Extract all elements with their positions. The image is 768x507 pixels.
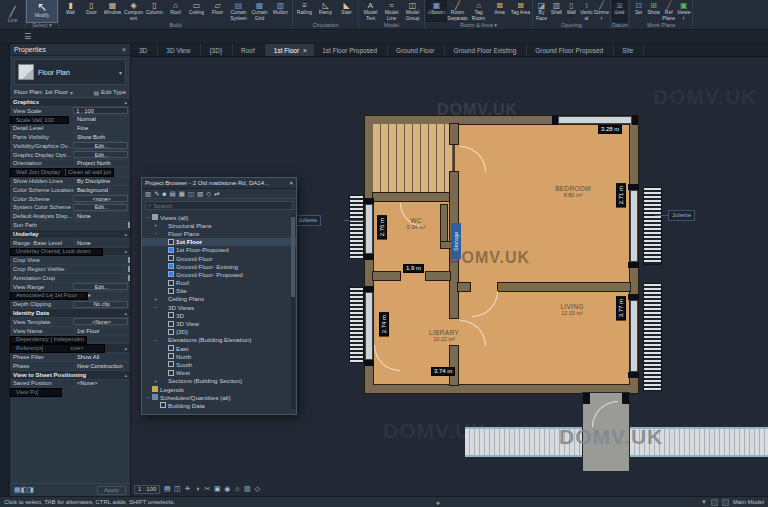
browser-toolbar-icon[interactable]: ▥ bbox=[145, 189, 151, 198]
wall-segment[interactable] bbox=[498, 283, 630, 291]
view-tab[interactable]: Ground Floor Existing bbox=[445, 44, 527, 56]
property-value[interactable]: By Discipline bbox=[74, 177, 130, 185]
ribbon-tool-button[interactable]: ⊞ Show bbox=[646, 0, 661, 22]
browser-tree-item[interactable]: Building Data bbox=[142, 401, 296, 409]
property-row[interactable]: Parts Visibility Show Both bbox=[10, 133, 130, 142]
door-jamb[interactable] bbox=[622, 393, 629, 404]
dimension-label[interactable]: 2.76 m bbox=[377, 215, 387, 239]
property-row[interactable]: Crop View bbox=[10, 256, 130, 265]
property-value[interactable]: None bbox=[74, 239, 130, 247]
browser-toolbar-icon[interactable]: ✎ bbox=[154, 189, 159, 198]
ribbon-tool-button[interactable]: ▥ Shaft bbox=[549, 0, 564, 22]
project-browser-title-bar[interactable]: Project Browser - 2 Old maidstone Rd, DA… bbox=[142, 178, 296, 189]
browser-tree-item[interactable]: 3D View bbox=[142, 319, 296, 327]
view-tab[interactable]: Ground Floor Proposed bbox=[527, 44, 614, 56]
browser-tree-item[interactable]: 1st Floor-Proposed bbox=[142, 246, 296, 254]
viewbar-icon[interactable]: ⌂ bbox=[232, 484, 242, 494]
browser-tree-item[interactable]: Legends bbox=[142, 385, 296, 393]
view-tab[interactable]: Roof bbox=[233, 44, 266, 56]
ribbon-tool-button[interactable]: ▮ Wall bbox=[60, 0, 81, 22]
property-row[interactable]: Depth Clipping No clip bbox=[10, 300, 130, 309]
property-value[interactable] bbox=[42, 345, 67, 352]
browser-toolbar-icon[interactable]: ◇ bbox=[206, 189, 211, 198]
tree-expander-icon[interactable]: − bbox=[153, 230, 158, 236]
ribbon-tool-button[interactable]: ≡ Railing bbox=[294, 0, 315, 22]
ribbon-tool-button[interactable]: ▦ Curtain Grid bbox=[249, 0, 270, 22]
properties-footer-icon[interactable]: ▦ bbox=[14, 486, 21, 493]
dimension-label[interactable]: 2.71 m bbox=[616, 183, 626, 207]
juliette-tag-left[interactable]: Juliette bbox=[294, 215, 321, 226]
property-value[interactable] bbox=[124, 222, 130, 228]
property-value[interactable]: Clean all wall joins bbox=[65, 169, 111, 176]
edit-type-button[interactable]: ▤ Edit Type bbox=[93, 89, 126, 96]
property-row[interactable]: Saved Position <None> bbox=[10, 380, 130, 389]
dimension-label[interactable]: 3.28 m bbox=[598, 125, 622, 134]
ribbon-tool-button[interactable]: ▥ Mullion bbox=[270, 0, 291, 22]
dimension-label[interactable]: 1.9 m bbox=[403, 264, 424, 273]
window-jamb[interactable] bbox=[364, 198, 374, 204]
scrollbar[interactable] bbox=[291, 214, 295, 409]
property-row[interactable]: View Scale 1 : 100 bbox=[10, 107, 130, 116]
browser-toolbar-icon[interactable]: ▧ bbox=[197, 189, 203, 198]
browser-tree-item[interactable]: − 3D Views bbox=[142, 303, 296, 311]
property-row[interactable]: Default Analysis Disp... None bbox=[10, 212, 130, 221]
property-value[interactable]: <none> bbox=[73, 195, 128, 202]
ribbon-tool-button[interactable]: ◺ Ramp bbox=[315, 0, 336, 22]
window[interactable] bbox=[365, 204, 373, 254]
browser-toolbar-icon[interactable]: ◫ bbox=[188, 189, 194, 198]
storage-tag[interactable]: Storage bbox=[451, 223, 461, 259]
browser-toolbar-icon[interactable]: ⇄ bbox=[214, 189, 219, 198]
property-row[interactable]: View to Sheet Positioning bbox=[10, 371, 130, 380]
property-value[interactable] bbox=[124, 257, 130, 263]
type-selector[interactable]: Floor Plan ▾ bbox=[14, 59, 126, 85]
property-row[interactable]: Graphics bbox=[10, 98, 130, 107]
property-row[interactable]: View Position Y bbox=[10, 388, 62, 397]
property-row[interactable]: Identity Data bbox=[10, 309, 130, 318]
room-tag-library[interactable]: LIBRARY 10.22 m² bbox=[417, 329, 471, 342]
property-value[interactable]: Project North bbox=[74, 160, 130, 168]
browser-tree-item[interactable]: − Floor Plans bbox=[142, 229, 296, 237]
window[interactable] bbox=[630, 300, 638, 372]
property-row[interactable]: Sun Path bbox=[10, 221, 130, 230]
tree-expander-icon[interactable]: − bbox=[153, 337, 158, 343]
viewbar-icon[interactable]: ◫ bbox=[172, 484, 182, 494]
window-jamb[interactable] bbox=[628, 372, 639, 378]
property-row[interactable]: System Color Schemes Edit... bbox=[10, 204, 130, 213]
ribbon-tool-button[interactable]: ╱ Dormer bbox=[594, 0, 609, 22]
property-row[interactable]: Crop Region Visible bbox=[10, 265, 130, 274]
property-value[interactable]: Look down bbox=[59, 249, 100, 256]
chevron-down-icon[interactable]: ▾ bbox=[70, 89, 73, 96]
select-toggle-icon[interactable] bbox=[711, 499, 718, 506]
property-row[interactable]: Phase Filter Show All bbox=[10, 353, 130, 362]
property-value[interactable]: Edit... bbox=[73, 151, 128, 158]
viewbar-icon[interactable]: ◇ bbox=[252, 484, 262, 494]
dimension-label[interactable]: 3.74 m bbox=[431, 367, 455, 376]
ribbon-tool-button[interactable]: ⌂ Roof bbox=[165, 0, 186, 22]
browser-tree-item[interactable]: East bbox=[142, 344, 296, 352]
window-jamb[interactable] bbox=[364, 286, 374, 292]
property-row[interactable]: Visibility/Graphics Ov... Edit... bbox=[10, 142, 130, 151]
ribbon-tool-button[interactable]: A Model Text bbox=[360, 0, 381, 22]
tree-expander-icon[interactable]: − bbox=[145, 214, 150, 220]
browser-tree-item[interactable]: Ground Floor bbox=[142, 254, 296, 262]
door-jamb[interactable] bbox=[583, 393, 590, 404]
wall-segment[interactable] bbox=[458, 283, 470, 291]
property-row[interactable]: View Name 1st Floor bbox=[10, 327, 130, 336]
browser-tree-item[interactable]: {3D} bbox=[142, 328, 296, 336]
dimension-label[interactable]: 2.74 m bbox=[379, 312, 389, 336]
property-row[interactable]: Referencing Detail bbox=[10, 344, 70, 353]
property-row[interactable]: Dependency Independent bbox=[10, 336, 87, 345]
select-toggle-icon[interactable] bbox=[722, 499, 729, 506]
property-value[interactable]: New Construction bbox=[74, 362, 130, 370]
view-tab[interactable]: 3D View bbox=[158, 44, 201, 56]
viewbar-icon[interactable]: ▥ bbox=[242, 484, 252, 494]
property-row[interactable]: Detail Level Fine bbox=[10, 124, 130, 133]
close-icon[interactable]: × bbox=[289, 180, 293, 186]
wall-segment[interactable] bbox=[450, 346, 458, 385]
property-value[interactable]: <None> bbox=[73, 318, 128, 325]
wall-segment[interactable] bbox=[373, 193, 452, 201]
browser-tree-item[interactable]: Ground Floor- Existing bbox=[142, 262, 296, 270]
property-row[interactable]: Wall Join Display Clean all wall joins bbox=[10, 168, 114, 177]
existing-wall-hatch[interactable] bbox=[350, 196, 363, 258]
browser-search[interactable]: ⌕ bbox=[145, 201, 293, 210]
